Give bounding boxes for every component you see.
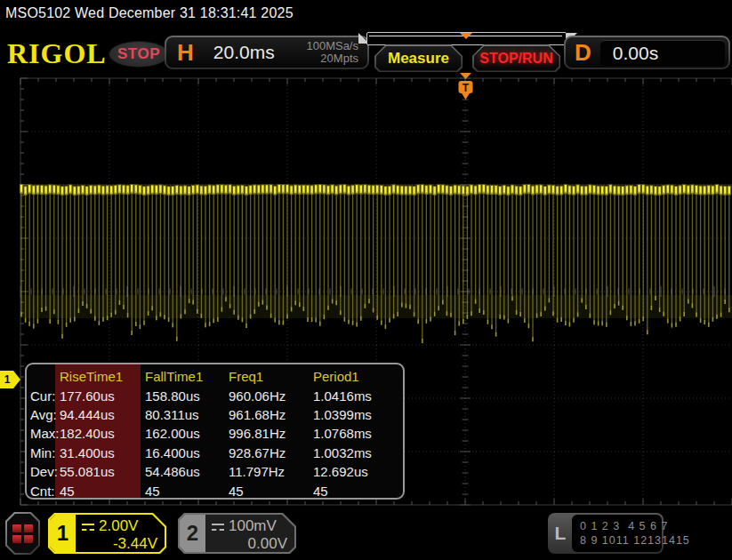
measurement-results-panel: RiseTime1FallTime1Freq1Period1Cur:177.60… (25, 363, 405, 500)
measurement-value: 55.081us (55, 462, 141, 481)
timebase-value: 20.0ms (213, 42, 275, 63)
acquisition-state-label: STOP (117, 45, 160, 63)
channel-1-level-marker[interactable] (0, 371, 20, 388)
measurement-value: 928.67Hz (224, 444, 309, 462)
measurement-value: 54.486us (141, 462, 224, 481)
svg-text:T: T (463, 82, 470, 94)
measurement-value: 12.692us (309, 462, 396, 481)
channel-1-scale: 2.00V (99, 517, 138, 535)
measurement-value: 960.06Hz (224, 386, 309, 404)
channel-2-number: 2 (180, 515, 205, 552)
stop-run-button[interactable]: STOP/RUN (472, 44, 560, 72)
measurement-value: 80.311us (141, 405, 224, 424)
memory-depth: 20Mpts (306, 52, 358, 65)
sample-rate: 100MSa/s (306, 40, 358, 52)
measurement-value: 16.400us (141, 444, 224, 462)
measurement-corner-cell (27, 367, 55, 386)
measurement-value: 1.0032ms (309, 444, 396, 462)
measurement-value: 45 (141, 481, 224, 500)
measure-button-label: Measure (388, 50, 449, 68)
logic-row-1: 0 1 2 3 4 5 6 7 (580, 519, 662, 533)
logic-channels-badge[interactable]: L 0 1 2 3 4 5 6 7 8 9 1011 12131415 (548, 513, 664, 554)
logic-row-2: 8 9 1011 12131415 (580, 533, 662, 548)
measurement-column-header: Period1 (309, 367, 396, 386)
logic-label: L (548, 513, 573, 554)
stop-run-button-label: STOP/RUN (479, 51, 552, 67)
channel-2-badge[interactable]: 2 100mV 0.00V (178, 513, 296, 554)
channel-1-number: 1 (50, 515, 76, 552)
delay-label: D (575, 41, 591, 64)
measurement-value: 162.00us (141, 424, 224, 443)
channel-2-offset: 0.00V (212, 535, 287, 553)
channel-2-scale: 100mV (229, 517, 277, 535)
strip-zigzag-icon (367, 33, 564, 44)
channel-1-offset: -3.44V (82, 535, 157, 553)
acquisition-state-badge[interactable]: STOP (109, 41, 169, 68)
measurement-value: 45 (55, 481, 141, 500)
measurement-row-label: Cur: (27, 386, 55, 404)
logic-channel-list: 0 1 2 3 4 5 6 7 8 9 1011 12131415 (572, 515, 662, 552)
trigger-delay-panel[interactable]: D 0.00s (564, 36, 730, 69)
measurement-row-label: Max: (27, 424, 55, 443)
measurement-grid: RiseTime1FallTime1Freq1Period1Cur:177.60… (27, 364, 403, 500)
waveform-position-strip[interactable] (366, 32, 567, 45)
measurement-column-header: FallTime1 (141, 367, 224, 386)
measurement-value: 182.40us (55, 424, 141, 443)
menu-grid-button[interactable] (5, 512, 40, 555)
measurement-row-label: Min: (27, 444, 55, 462)
measurement-value: 158.80us (141, 386, 224, 404)
channel-1-badge[interactable]: 1 2.00V -3.44V (48, 513, 166, 554)
measurement-value: 996.81Hz (224, 424, 309, 443)
measurement-value: 1.0399ms (309, 405, 396, 424)
menu-grid-icon (7, 514, 38, 553)
delay-value: 0.00s (613, 43, 658, 64)
measurement-value: 177.60us (55, 386, 141, 404)
measure-button[interactable]: Measure (374, 44, 463, 72)
horizontal-timebase-panel[interactable]: H 20.0ms 100MSa/s 20Mpts (165, 36, 369, 69)
measurement-value: 1.0768ms (309, 424, 396, 443)
measurement-value: 45 (309, 481, 396, 500)
measurement-value: 11.797Hz (224, 462, 309, 481)
svg-text:1: 1 (4, 373, 11, 386)
measurement-row-label: Avg: (27, 405, 55, 424)
measurement-column-header: Freq1 (224, 367, 309, 386)
measurement-value: 1.0416ms (309, 386, 396, 404)
measurement-value: 31.400us (55, 444, 141, 462)
measurement-value: 45 (224, 481, 309, 500)
dc-coupling-icon (212, 524, 224, 531)
measurement-column-header: RiseTime1 (55, 367, 141, 386)
measurement-value: 961.68Hz (224, 405, 309, 424)
rigol-logo: RIGOL (7, 37, 107, 70)
sample-rate-block: 100MSa/s 20Mpts (306, 40, 358, 65)
dc-coupling-icon (82, 524, 94, 531)
measurement-row-label: Cnt: (27, 481, 55, 500)
measurement-row-label: Dev: (27, 462, 55, 481)
horizontal-label: H (177, 41, 194, 64)
delay-value-box: 0.00s (600, 40, 725, 66)
measurement-value: 94.444us (55, 405, 141, 424)
